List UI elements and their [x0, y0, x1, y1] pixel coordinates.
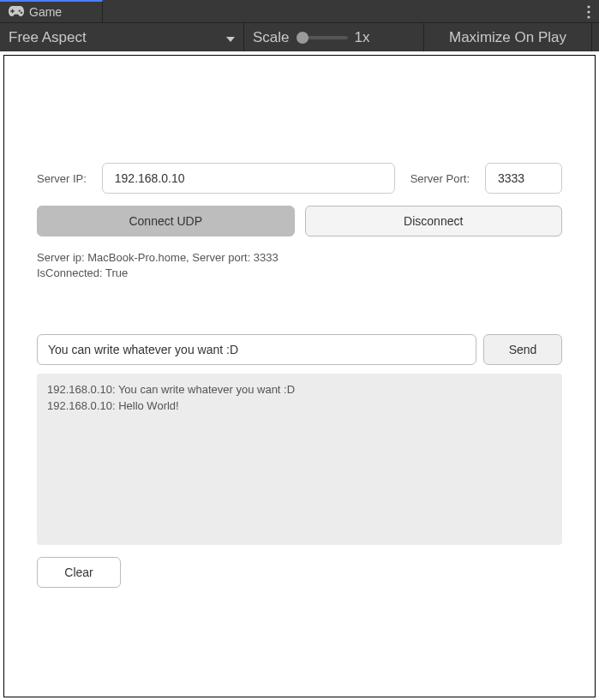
connection-row: Server IP: Server Port: — [37, 163, 562, 194]
message-row: Send — [37, 334, 562, 365]
game-view: Server IP: Server Port: Connect UDP Disc… — [3, 55, 596, 697]
slider-thumb[interactable] — [297, 32, 308, 44]
message-input[interactable] — [37, 334, 476, 365]
scale-slider[interactable] — [297, 36, 348, 39]
status-text: Server ip: MacBook-Pro.home, Server port… — [37, 250, 562, 281]
kebab-menu-icon[interactable] — [578, 2, 599, 22]
connect-label: Connect UDP — [129, 214, 202, 228]
disconnect-label: Disconnect — [404, 214, 463, 228]
toolbar-end — [592, 23, 599, 51]
gamepad-icon — [9, 5, 24, 19]
scale-label: Scale — [253, 29, 290, 46]
tab-bar: Game — [0, 0, 599, 22]
server-ip-label: Server IP: — [37, 172, 87, 185]
scale-value: 1x — [355, 29, 370, 46]
maximize-on-play-toggle[interactable]: Maximize On Play — [424, 23, 592, 51]
disconnect-button[interactable]: Disconnect — [305, 206, 563, 236]
aspect-dropdown[interactable]: Free Aspect — [0, 23, 244, 51]
log-line: 192.168.0.10: You can write whatever you… — [47, 382, 552, 398]
game-toolbar: Free Aspect Scale 1x Maximize On Play — [0, 22, 599, 51]
maximize-label: Maximize On Play — [449, 29, 566, 46]
status-line-2: IsConnected: True — [37, 266, 562, 281]
clear-button[interactable]: Clear — [37, 557, 121, 588]
server-port-label: Server Port: — [410, 172, 470, 185]
aspect-label: Free Aspect — [9, 29, 87, 46]
log-line: 192.168.0.10: Hello World! — [47, 398, 552, 414]
send-button[interactable]: Send — [483, 334, 562, 365]
connect-row: Connect UDP Disconnect — [37, 206, 562, 236]
status-line-1: Server ip: MacBook-Pro.home, Server port… — [37, 250, 562, 266]
svg-point-2 — [587, 15, 590, 18]
chevron-down-icon — [226, 29, 235, 46]
server-ip-input[interactable] — [102, 163, 395, 194]
connect-udp-button[interactable]: Connect UDP — [37, 206, 295, 236]
svg-point-1 — [587, 10, 590, 13]
server-port-input[interactable] — [485, 163, 562, 194]
message-log: 192.168.0.10: You can write whatever you… — [37, 374, 562, 545]
svg-point-0 — [587, 5, 590, 8]
tab-label: Game — [29, 5, 62, 19]
tab-game[interactable]: Game — [0, 0, 103, 22]
scale-section: Scale 1x — [244, 23, 424, 51]
